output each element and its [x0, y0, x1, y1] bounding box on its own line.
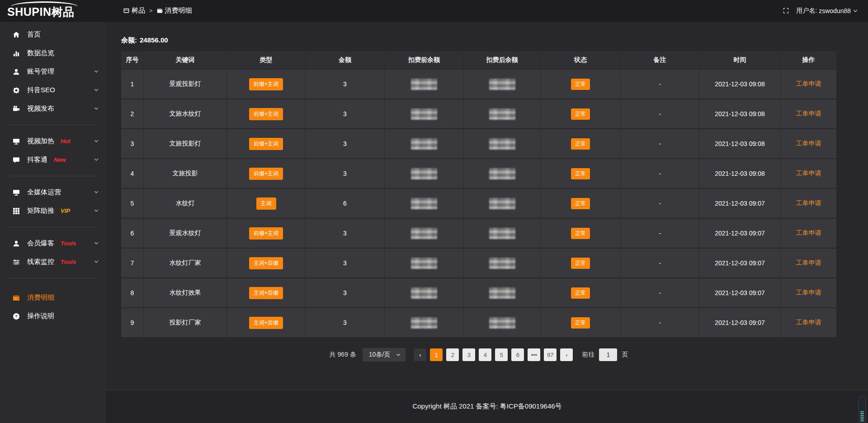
page-button-2[interactable]: 2: [446, 348, 459, 361]
action-cell: 工单申请: [781, 219, 836, 248]
column-header-0: 序号: [121, 51, 144, 69]
status-badge-cell: 正常: [541, 129, 621, 158]
goto-page-input[interactable]: [599, 348, 617, 361]
grid-icon: [13, 207, 20, 215]
page-button-5[interactable]: 5: [495, 348, 508, 361]
cell-time: 2021-12-03 09:08: [699, 99, 781, 128]
scroll-indicator-widget[interactable]: [859, 396, 866, 423]
masked-value: [489, 168, 515, 179]
page-footer: Copyright 树品 2021 备案号: 粤ICP备09019646号: [106, 390, 868, 423]
sidebar-item-label: 消费明细: [27, 293, 54, 302]
sidebar-item-video-heating[interactable]: 视频加热Hot: [0, 132, 106, 150]
sidebar-item-consumption-detail[interactable]: 消费明细: [0, 288, 106, 307]
masked-balance-after: [464, 70, 541, 99]
status-badge: 正常: [571, 79, 590, 90]
cell-note: -: [621, 219, 699, 248]
status-badge-cell: 正常: [541, 249, 621, 277]
cell-amount: 3: [306, 70, 385, 99]
action-link[interactable]: 工单申请: [796, 80, 821, 88]
breadcrumb-item[interactable]: 树品: [123, 6, 145, 15]
scroll-widget-stripe: [860, 417, 864, 418]
cell-keyword: 文旅投影: [144, 159, 227, 188]
next-page-button[interactable]: ›: [560, 348, 573, 361]
sidebar-item-account-management[interactable]: 账号管理: [0, 62, 106, 81]
action-link[interactable]: 工单申请: [796, 140, 821, 148]
chevron-down-icon: [94, 258, 99, 266]
table-header-row: 序号关键词类型金额扣费前余额扣费后余额状态备注时间操作: [121, 51, 836, 69]
chevron-down-icon: [396, 352, 401, 357]
action-link[interactable]: 工单申请: [796, 199, 821, 207]
masked-value: [411, 317, 437, 329]
page-button-1[interactable]: 1: [430, 348, 443, 361]
cell-amount: 3: [306, 249, 385, 277]
person-icon: [13, 240, 20, 247]
cell-note: -: [621, 159, 699, 188]
action-link[interactable]: 工单申请: [796, 259, 821, 267]
cell-index: 4: [121, 159, 144, 188]
type-badge: 主词: [256, 197, 276, 210]
type-badge: 前缀+主词: [249, 168, 283, 180]
breadcrumb-item[interactable]: 消费明细: [157, 6, 192, 15]
action-link[interactable]: 工单申请: [796, 169, 821, 178]
table-row: 9投影灯厂家主词+后缀3正常-2021-12-03 09:07工单申请: [121, 308, 836, 337]
sidebar-item-label: 视频加热: [27, 137, 54, 146]
masked-value: [489, 108, 515, 120]
pagination: 共 969 条10条/页‹123456•••97›前往页: [121, 348, 836, 362]
column-header-6: 状态: [541, 51, 621, 69]
action-cell: 工单申请: [781, 278, 836, 307]
sidebar-item-matrix-boost[interactable]: 矩阵助推VIP: [0, 202, 106, 220]
sidebar-item-lead-monitor[interactable]: 线索监控Tools: [0, 253, 106, 271]
action-link[interactable]: 工单申请: [796, 289, 821, 297]
chevron-down-icon: [94, 240, 99, 247]
type-badge-cell: 前缀+主词: [227, 159, 306, 188]
top-bar: SHUPIN树品 树品>消费明细 用户名: zswodun88: [0, 0, 868, 22]
masked-value: [411, 138, 437, 150]
sidebar-item-badge: VIP: [61, 207, 70, 214]
prev-page-button[interactable]: ‹: [414, 348, 426, 361]
masked-balance-after: [464, 308, 541, 337]
goto-suffix: 页: [622, 351, 628, 359]
sidebar-item-home[interactable]: 首页: [0, 25, 106, 44]
action-cell: 工单申请: [781, 99, 836, 128]
column-header-2: 类型: [227, 51, 306, 69]
cell-note: -: [621, 249, 699, 277]
cell-index: 8: [121, 278, 144, 307]
fullscreen-icon[interactable]: [783, 8, 789, 14]
sidebar-item-label: 会员爆客: [27, 239, 54, 248]
sidebar-item-data-overview[interactable]: 数据总览: [0, 44, 106, 62]
chat-icon: [13, 156, 20, 164]
type-badge: 前缀+主词: [249, 108, 283, 120]
sidebar-item-badge: New: [54, 156, 66, 163]
cell-time: 2021-12-03 09:08: [699, 129, 781, 158]
page-button-4[interactable]: 4: [479, 348, 491, 361]
sidebar-item-member-burst[interactable]: 会员爆客Tools: [0, 234, 106, 253]
chevron-down-icon: [853, 8, 858, 14]
chevron-down-icon: [94, 68, 99, 75]
page-size-label: 10条/页: [369, 351, 390, 359]
cell-keyword: 景观投影灯: [144, 70, 227, 99]
cell-note: -: [621, 308, 699, 337]
action-link[interactable]: 工单申请: [796, 319, 821, 327]
page-ellipsis-button[interactable]: •••: [528, 348, 540, 361]
page-size-select[interactable]: 10条/页: [363, 348, 406, 362]
sidebar-item-douyin-seo[interactable]: 抖音SEO: [0, 81, 106, 99]
page-button-6[interactable]: 6: [511, 348, 524, 361]
masked-balance-before: [385, 308, 464, 337]
status-badge: 正常: [571, 108, 590, 120]
sidebar-item-video-publish[interactable]: 视频发布: [0, 99, 106, 118]
username-value: zswodun88: [819, 7, 851, 14]
page-button-3[interactable]: 3: [462, 348, 475, 361]
sidebar-item-label: 抖音SEO: [27, 86, 55, 94]
status-badge: 正常: [571, 168, 590, 179]
status-badge-cell: 正常: [541, 308, 621, 337]
masked-balance-before: [385, 249, 464, 277]
sidebar-item-omni-media[interactable]: 全媒体运营: [0, 183, 106, 202]
sidebar-item-operation-guide[interactable]: ?操作说明: [0, 307, 106, 325]
cell-keyword: 投影灯厂家: [144, 308, 227, 337]
panel-icon: [123, 8, 129, 14]
action-link[interactable]: 工单申请: [796, 229, 821, 237]
page-button-97[interactable]: 97: [544, 348, 557, 361]
action-link[interactable]: 工单申请: [796, 110, 821, 118]
user-menu[interactable]: 用户名: zswodun88: [796, 7, 858, 15]
sidebar-item-doukertong[interactable]: 抖客通New: [0, 150, 106, 169]
